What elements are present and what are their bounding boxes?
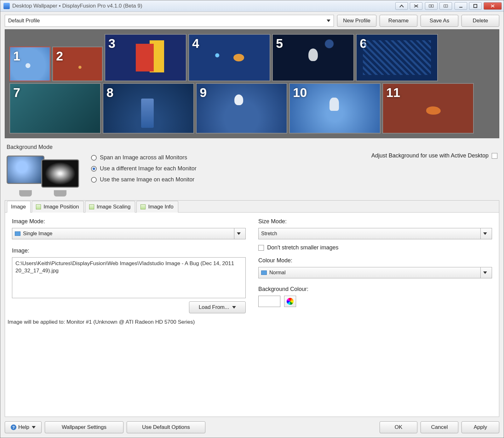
monitor-row-2: 7891011	[9, 83, 495, 134]
monitor-number: 3	[108, 37, 115, 51]
monitor-thumb-6[interactable]: 6	[356, 34, 438, 81]
aux-button-3[interactable]	[425, 2, 438, 10]
radio-same-each[interactable]: Use the same Image on each Monitor	[91, 176, 197, 183]
help-button[interactable]: ? Help	[5, 421, 42, 433]
save-as-button[interactable]: Save As	[421, 15, 458, 27]
radio-span-monitors[interactable]: Span an Image across all Monitors	[91, 154, 197, 161]
bg-colour-swatch[interactable]	[258, 296, 280, 307]
monitor-number: 11	[386, 86, 400, 100]
tab-image[interactable]: Image	[7, 201, 31, 213]
monitor-thumb-5[interactable]: 5	[272, 34, 354, 81]
aux-window-buttons-2	[425, 2, 452, 10]
load-from-label: Load From...	[199, 304, 229, 310]
chevron-down-icon	[234, 228, 243, 239]
delete-button[interactable]: Delete	[461, 15, 499, 27]
size-mode-value: Stretch	[261, 231, 478, 236]
svg-rect-1	[432, 5, 433, 7]
radio-label: Use a different Image for each Monitor	[100, 165, 197, 172]
aux-button-2[interactable]	[410, 2, 422, 10]
monitor-strip: 123456 7891011	[5, 29, 499, 138]
monitor-number: 6	[360, 37, 367, 51]
aux-button-1[interactable]	[395, 2, 408, 10]
monitor-number: 4	[192, 37, 199, 51]
chevron-down-icon	[480, 267, 489, 278]
wallpaper-settings-button[interactable]: Wallpaper Settings	[45, 421, 123, 433]
tab-scaling-icon	[89, 204, 94, 209]
monitor-thumb-11[interactable]: 11	[382, 83, 474, 134]
rename-button[interactable]: Rename	[380, 15, 417, 27]
chevron-down-icon	[327, 20, 330, 22]
monitor-thumb-10[interactable]: 10	[289, 83, 381, 134]
left-column: Image Mode: Single Image Image: C:\Users…	[12, 218, 246, 313]
maximize-button[interactable]	[469, 2, 482, 10]
colour-mode-dropdown[interactable]: Normal	[258, 267, 492, 278]
tabstrip: Image Image Position Image Scaling Image…	[5, 201, 499, 213]
monitor-thumb-1[interactable]: 1	[9, 47, 50, 81]
tab-label: Image Info	[148, 204, 173, 210]
profile-row: Default Profile New Profile Rename Save …	[5, 15, 499, 27]
apply-button[interactable]: Apply	[461, 421, 499, 433]
tab-label: Image Scaling	[97, 204, 131, 210]
apply-target-status: Image will be applied to: Monitor #1 (Un…	[5, 317, 499, 325]
dont-stretch-row: Don't stretch smaller images	[258, 244, 492, 251]
monitor-number: 9	[200, 86, 207, 100]
svg-rect-5	[474, 4, 477, 8]
monitor-illustration	[7, 152, 85, 196]
svg-rect-0	[429, 5, 431, 7]
bottom-bar: ? Help Wallpaper Settings Use Default Op…	[5, 419, 499, 433]
monitor-thumb-4[interactable]: 4	[188, 34, 270, 81]
minimize-button[interactable]	[455, 2, 467, 10]
cancel-button[interactable]: Cancel	[421, 421, 458, 433]
image-mode-value: Single Image	[23, 231, 232, 236]
colour-mode-icon	[261, 270, 267, 275]
use-default-options-button[interactable]: Use Default Options	[127, 421, 205, 433]
bg-colour-picker-button[interactable]	[284, 296, 296, 307]
image-mode-icon	[15, 231, 20, 236]
client-area: Default Profile New Profile Rename Save …	[0, 12, 504, 438]
tab-position-icon	[36, 204, 41, 209]
adjust-active-desktop-checkbox[interactable]	[492, 153, 497, 159]
size-mode-dropdown[interactable]: Stretch	[258, 228, 492, 239]
ok-button[interactable]: OK	[380, 421, 417, 433]
help-label: Help	[18, 424, 29, 430]
titlebar: Desktop Wallpaper • DisplayFusion Pro v4…	[0, 0, 504, 12]
monitor-number: 8	[106, 86, 113, 100]
monitor-thumb-3[interactable]: 3	[105, 34, 186, 81]
monitor-number: 2	[56, 49, 63, 63]
radio-icon	[91, 155, 97, 161]
tab-image-position[interactable]: Image Position	[32, 201, 83, 213]
colour-mode-value: Normal	[269, 270, 478, 276]
radio-icon	[91, 166, 97, 172]
app-window: Desktop Wallpaper • DisplayFusion Pro v4…	[0, 0, 504, 438]
close-button[interactable]	[484, 2, 502, 10]
radio-label: Span an Image across all Monitors	[100, 154, 187, 161]
monitor-number: 5	[276, 37, 283, 51]
colour-mode-label: Colour Mode:	[258, 257, 492, 264]
aux-window-buttons	[395, 2, 422, 10]
window-controls	[455, 2, 502, 10]
tab-label: Image Position	[43, 204, 79, 210]
tab-image-info[interactable]: Image Info	[136, 201, 178, 213]
tab-image-scaling[interactable]: Image Scaling	[85, 201, 135, 213]
tab-info-icon	[140, 204, 146, 209]
new-profile-button[interactable]: New Profile	[337, 15, 376, 27]
monitor-number: 7	[13, 86, 20, 100]
tab-label: Image	[11, 204, 26, 210]
profile-dropdown-value: Default Profile	[8, 18, 40, 24]
monitor-number: 10	[293, 86, 307, 100]
monitor-thumb-8[interactable]: 8	[103, 83, 194, 134]
right-column: Size Mode: Stretch Don't stretch smaller…	[258, 218, 492, 313]
profile-dropdown[interactable]: Default Profile	[5, 15, 334, 27]
monitor-thumb-7[interactable]: 7	[9, 83, 101, 134]
load-from-button[interactable]: Load From...	[189, 301, 246, 313]
aux-button-4[interactable]	[439, 2, 452, 10]
image-path-field[interactable]: C:\Users\Keith\Pictures\DisplayFusion\We…	[12, 257, 246, 298]
radio-different-each[interactable]: Use a different Image for each Monitor	[91, 165, 197, 172]
monitor-thumb-9[interactable]: 9	[196, 83, 287, 134]
monitor-row-1: 123456	[9, 34, 495, 81]
image-tabs: Image Image Position Image Scaling Image…	[5, 200, 499, 417]
image-mode-dropdown[interactable]: Single Image	[12, 228, 246, 239]
background-mode-label: Background Mode	[7, 144, 497, 151]
monitor-thumb-2[interactable]: 2	[52, 47, 103, 81]
dont-stretch-checkbox[interactable]	[258, 245, 264, 251]
